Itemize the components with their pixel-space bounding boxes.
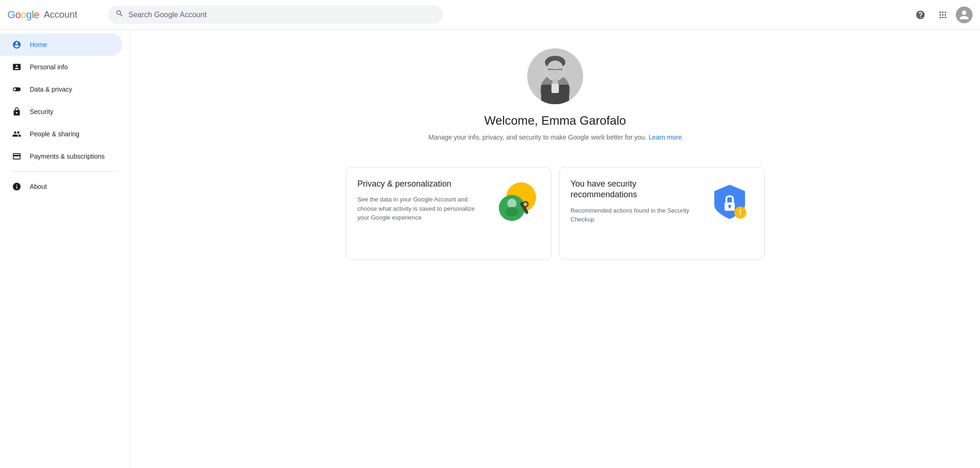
svg-rect-6 <box>557 69 563 70</box>
search-input[interactable] <box>128 11 436 19</box>
sidebar-item-about-label: About <box>30 183 47 190</box>
security-svg: ! <box>709 181 751 223</box>
profile-section: Welcome, Emma Garofalo Manage your info,… <box>153 48 958 156</box>
security-card[interactable]: You have security recommendations Recomm… <box>559 167 765 260</box>
home-icon <box>11 39 22 50</box>
google-account-logo[interactable]: Google Account <box>7 9 101 21</box>
svg-rect-10 <box>551 84 559 93</box>
sidebar-item-home-label: Home <box>30 41 47 48</box>
welcome-title: Welcome, Emma Garofalo <box>484 114 626 128</box>
header-actions <box>911 6 973 24</box>
account-title: Account <box>44 9 77 20</box>
security-card-desc: Recommended actions found in the Securit… <box>571 206 699 224</box>
sidebar-item-personal-info-label: Personal info <box>30 63 68 71</box>
search-bar[interactable] <box>108 6 443 24</box>
privacy-illustration <box>493 179 540 225</box>
svg-text:!: ! <box>739 208 741 216</box>
svg-point-13 <box>507 199 517 208</box>
apps-button[interactable] <box>933 6 952 24</box>
avatar[interactable] <box>956 7 973 23</box>
privacy-card[interactable]: Privacy & personalization See the data i… <box>346 167 551 260</box>
svg-rect-20 <box>729 206 731 208</box>
welcome-desc: Manage your info, privacy, and security … <box>429 134 682 141</box>
svg-point-17 <box>524 202 527 206</box>
header: Google Account <box>0 0 980 30</box>
people-sharing-icon <box>11 128 22 140</box>
privacy-card-content: Privacy & personalization See the data i… <box>357 179 493 222</box>
about-icon <box>11 181 22 192</box>
sidebar-item-payments[interactable]: Payments & subscriptions <box>0 145 122 167</box>
privacy-card-desc: See the data in your Google Account and … <box>357 195 486 222</box>
payments-icon <box>11 151 22 162</box>
sidebar-item-data-privacy-label: Data & privacy <box>30 86 72 93</box>
google-wordmark: Google <box>7 9 39 21</box>
sidebar-item-home[interactable]: Home <box>0 33 122 56</box>
sidebar-item-personal-info[interactable]: Personal info <box>0 56 122 78</box>
security-icon <box>11 106 22 117</box>
help-button[interactable] <box>911 6 930 24</box>
sidebar: Home Personal info Data & privacy <box>0 30 130 468</box>
sidebar-divider <box>11 171 119 172</box>
data-privacy-icon <box>11 84 22 95</box>
learn-more-link[interactable]: Learn more <box>649 134 682 141</box>
main-content: Welcome, Emma Garofalo Manage your info,… <box>130 30 980 468</box>
sidebar-item-people-sharing[interactable]: People & sharing <box>0 123 122 145</box>
sidebar-item-about[interactable]: About <box>0 175 122 198</box>
cards-row: Privacy & personalization See the data i… <box>346 167 765 260</box>
security-card-content: You have security recommendations Recomm… <box>571 179 706 224</box>
profile-avatar[interactable] <box>527 48 583 104</box>
svg-rect-7 <box>553 69 557 70</box>
sidebar-item-security-label: Security <box>30 108 54 115</box>
sidebar-item-data-privacy[interactable]: Data & privacy <box>0 78 122 100</box>
sidebar-item-security[interactable]: Security <box>0 100 122 123</box>
svg-point-14 <box>505 207 518 216</box>
svg-rect-8 <box>552 79 558 84</box>
svg-rect-5 <box>548 69 553 70</box>
sidebar-item-payments-label: Payments & subscriptions <box>30 153 105 160</box>
privacy-svg <box>496 181 537 223</box>
search-icon <box>115 9 124 20</box>
avatar-initials <box>956 7 973 23</box>
security-card-title: You have security recommendations <box>571 179 699 201</box>
security-illustration: ! <box>706 179 753 225</box>
sidebar-item-people-sharing-label: People & sharing <box>30 130 80 138</box>
main-layout: Home Personal info Data & privacy <box>0 30 980 468</box>
personal-info-icon <box>11 61 22 73</box>
privacy-card-title: Privacy & personalization <box>357 179 486 189</box>
profile-avatar-svg <box>527 48 583 104</box>
